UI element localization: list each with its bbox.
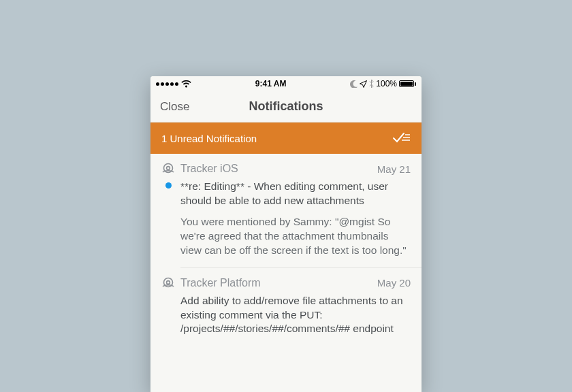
notification-date: May 20 [377,277,411,289]
notification-detail: You were mentioned by Sammy: "@mgist So … [180,215,411,258]
bluetooth-icon [369,80,374,88]
project-name: Tracker iOS [180,163,372,175]
location-icon [360,80,367,88]
notification-item[interactable]: Tracker Platform May 20 Add ability to a… [150,268,422,346]
signal-dots-icon [156,82,178,86]
moon-icon [350,80,358,88]
status-time: 9:41 AM [191,79,350,88]
checkmark-all-icon [393,131,411,144]
status-left [156,80,191,88]
phone-frame: 9:41 AM 100% Close Notifications 1 Unrea… [150,76,422,392]
notification-subject: Add ability to add/remove file attachmen… [180,294,411,337]
unread-banner: 1 Unread Notification [150,122,422,154]
nav-bar: Close Notifications [150,91,422,122]
notification-date: May 21 [377,163,411,175]
svg-point-6 [167,280,170,284]
unread-banner-text: 1 Unread Notification [161,133,393,144]
battery-text: 100% [376,79,397,88]
mention-icon [161,162,175,176]
project-name: Tracker Platform [180,277,372,289]
notification-list[interactable]: Tracker iOS May 21 **re: Editing** - Whe… [150,154,422,392]
mention-icon [161,276,175,290]
page-title: Notifications [150,99,422,114]
status-right: 100% [350,79,416,88]
status-bar: 9:41 AM 100% [150,76,422,91]
notification-subject: **re: Editing** - When editing comment, … [180,180,411,208]
mark-all-read-button[interactable] [393,131,411,146]
battery-icon [399,80,416,87]
unread-dot-icon [165,182,172,189]
svg-point-4 [167,167,170,170]
wifi-icon [181,80,191,88]
notification-item[interactable]: Tracker iOS May 21 **re: Editing** - Whe… [150,154,422,267]
close-button[interactable]: Close [160,100,189,114]
